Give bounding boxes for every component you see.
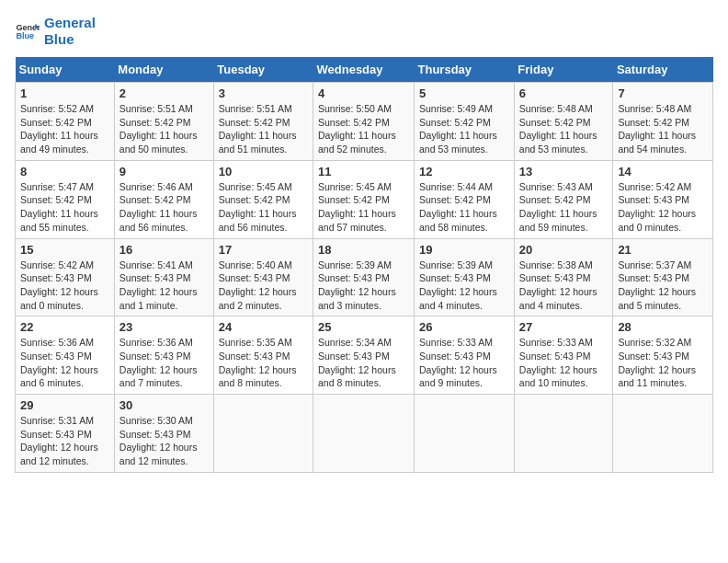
calendar-cell: 23Sunrise: 5:36 AMSunset: 5:43 PMDayligh… [114,316,213,395]
calendar-week-row: 15Sunrise: 5:42 AMSunset: 5:43 PMDayligh… [16,238,713,316]
page-header: General Blue GeneralBlue [15,15,713,48]
day-info: Sunrise: 5:30 AMSunset: 5:43 PMDaylight:… [119,414,209,468]
header-sunday: Sunday [16,57,115,83]
calendar-cell [313,395,415,473]
day-number: 18 [318,243,409,257]
calendar-cell: 5Sunrise: 5:49 AMSunset: 5:42 PMDaylight… [415,83,515,161]
day-info: Sunrise: 5:33 AMSunset: 5:43 PMDaylight:… [519,336,609,390]
day-number: 20 [519,243,609,257]
calendar-week-row: 8Sunrise: 5:47 AMSunset: 5:42 PMDaylight… [16,160,713,238]
day-info: Sunrise: 5:50 AMSunset: 5:42 PMDaylight:… [318,102,409,156]
day-info: Sunrise: 5:35 AMSunset: 5:43 PMDaylight:… [219,336,308,390]
day-info: Sunrise: 5:31 AMSunset: 5:43 PMDaylight:… [20,414,109,468]
day-info: Sunrise: 5:43 AMSunset: 5:42 PMDaylight:… [519,180,609,235]
calendar-cell: 30Sunrise: 5:30 AMSunset: 5:43 PMDayligh… [114,395,213,473]
calendar-cell: 13Sunrise: 5:43 AMSunset: 5:42 PMDayligh… [514,160,613,238]
logo-icon: General Blue [15,18,40,44]
day-number: 1 [20,86,109,100]
day-number: 3 [219,86,308,100]
calendar-cell: 25Sunrise: 5:34 AMSunset: 5:43 PMDayligh… [313,316,415,395]
day-info: Sunrise: 5:45 AMSunset: 5:42 PMDaylight:… [318,180,409,235]
day-number: 5 [419,86,509,100]
calendar-cell: 14Sunrise: 5:42 AMSunset: 5:43 PMDayligh… [613,160,713,238]
calendar-cell [514,395,613,473]
day-info: Sunrise: 5:47 AMSunset: 5:42 PMDaylight:… [20,180,109,235]
day-number: 17 [219,243,308,257]
calendar-week-row: 22Sunrise: 5:36 AMSunset: 5:43 PMDayligh… [16,316,713,395]
day-number: 29 [20,398,109,412]
calendar-cell: 15Sunrise: 5:42 AMSunset: 5:43 PMDayligh… [16,238,115,316]
calendar-cell: 6Sunrise: 5:48 AMSunset: 5:42 PMDaylight… [514,83,613,161]
calendar-cell: 26Sunrise: 5:33 AMSunset: 5:43 PMDayligh… [415,316,515,395]
day-info: Sunrise: 5:34 AMSunset: 5:43 PMDaylight:… [318,336,409,390]
day-number: 11 [318,165,409,178]
day-number: 30 [119,398,209,412]
calendar-cell: 17Sunrise: 5:40 AMSunset: 5:43 PMDayligh… [213,238,313,316]
header-wednesday: Wednesday [313,57,415,83]
day-info: Sunrise: 5:39 AMSunset: 5:43 PMDaylight:… [318,259,409,313]
day-number: 2 [119,86,209,100]
day-info: Sunrise: 5:44 AMSunset: 5:42 PMDaylight:… [419,180,509,235]
calendar-cell [613,395,713,473]
day-number: 4 [318,86,409,100]
day-info: Sunrise: 5:41 AMSunset: 5:43 PMDaylight:… [119,259,209,313]
calendar-cell [213,395,313,473]
day-info: Sunrise: 5:33 AMSunset: 5:43 PMDaylight:… [419,336,509,390]
logo-text: GeneralBlue [44,15,96,48]
day-number: 10 [219,165,308,178]
day-number: 23 [119,320,209,334]
day-number: 6 [519,86,609,100]
day-info: Sunrise: 5:51 AMSunset: 5:42 PMDaylight:… [219,102,308,156]
header-saturday: Saturday [613,57,713,83]
day-number: 19 [419,243,509,257]
day-info: Sunrise: 5:40 AMSunset: 5:43 PMDaylight:… [219,259,308,313]
day-info: Sunrise: 5:36 AMSunset: 5:43 PMDaylight:… [20,336,109,390]
day-info: Sunrise: 5:49 AMSunset: 5:42 PMDaylight:… [419,102,509,156]
day-number: 14 [618,165,708,178]
day-number: 9 [119,165,209,178]
day-info: Sunrise: 5:32 AMSunset: 5:43 PMDaylight:… [618,336,708,390]
day-number: 26 [419,320,509,334]
calendar-cell: 12Sunrise: 5:44 AMSunset: 5:42 PMDayligh… [415,160,515,238]
calendar-cell: 22Sunrise: 5:36 AMSunset: 5:43 PMDayligh… [16,316,115,395]
svg-text:Blue: Blue [16,31,34,40]
header-tuesday: Tuesday [213,57,313,83]
calendar-cell: 20Sunrise: 5:38 AMSunset: 5:43 PMDayligh… [514,238,613,316]
logo: General Blue GeneralBlue [15,15,96,48]
day-info: Sunrise: 5:42 AMSunset: 5:43 PMDaylight:… [618,180,708,235]
calendar-cell: 28Sunrise: 5:32 AMSunset: 5:43 PMDayligh… [613,316,713,395]
calendar-cell: 18Sunrise: 5:39 AMSunset: 5:43 PMDayligh… [313,238,415,316]
calendar-header-row: SundayMondayTuesdayWednesdayThursdayFrid… [16,57,713,83]
day-info: Sunrise: 5:46 AMSunset: 5:42 PMDaylight:… [119,180,209,235]
day-info: Sunrise: 5:36 AMSunset: 5:43 PMDaylight:… [119,336,209,390]
calendar-cell: 29Sunrise: 5:31 AMSunset: 5:43 PMDayligh… [16,395,115,473]
day-info: Sunrise: 5:39 AMSunset: 5:43 PMDaylight:… [419,259,509,313]
calendar-cell: 3Sunrise: 5:51 AMSunset: 5:42 PMDaylight… [213,83,313,161]
header-thursday: Thursday [415,57,515,83]
day-info: Sunrise: 5:37 AMSunset: 5:43 PMDaylight:… [618,259,708,313]
day-info: Sunrise: 5:48 AMSunset: 5:42 PMDaylight:… [519,102,609,156]
header-friday: Friday [514,57,613,83]
day-number: 7 [618,86,708,100]
day-number: 15 [20,243,109,257]
day-number: 21 [618,243,708,257]
day-info: Sunrise: 5:51 AMSunset: 5:42 PMDaylight:… [119,102,209,156]
day-info: Sunrise: 5:42 AMSunset: 5:43 PMDaylight:… [20,259,109,313]
calendar-week-row: 1Sunrise: 5:52 AMSunset: 5:42 PMDaylight… [16,83,713,161]
day-info: Sunrise: 5:38 AMSunset: 5:43 PMDaylight:… [519,259,609,313]
calendar-cell [415,395,515,473]
day-number: 25 [318,320,409,334]
day-number: 8 [20,165,109,178]
calendar-cell: 4Sunrise: 5:50 AMSunset: 5:42 PMDaylight… [313,83,415,161]
day-number: 13 [519,165,609,178]
calendar-cell: 7Sunrise: 5:48 AMSunset: 5:42 PMDaylight… [613,83,713,161]
calendar-week-row: 29Sunrise: 5:31 AMSunset: 5:43 PMDayligh… [16,395,713,473]
day-number: 12 [419,165,509,178]
calendar-cell: 10Sunrise: 5:45 AMSunset: 5:42 PMDayligh… [213,160,313,238]
day-number: 24 [219,320,308,334]
day-info: Sunrise: 5:45 AMSunset: 5:42 PMDaylight:… [219,180,308,235]
calendar-cell: 24Sunrise: 5:35 AMSunset: 5:43 PMDayligh… [213,316,313,395]
calendar-cell: 16Sunrise: 5:41 AMSunset: 5:43 PMDayligh… [114,238,213,316]
day-number: 27 [519,320,609,334]
calendar-cell: 2Sunrise: 5:51 AMSunset: 5:42 PMDaylight… [114,83,213,161]
